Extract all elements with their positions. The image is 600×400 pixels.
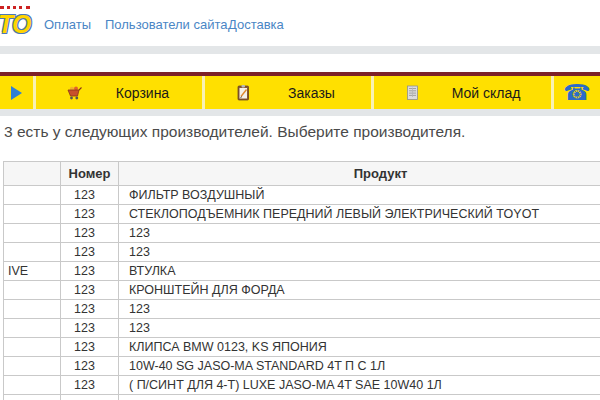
cell-number: 123 xyxy=(61,357,119,376)
divider-band-bottom xyxy=(0,109,600,116)
cell-empty xyxy=(4,395,61,400)
cell-manufacturer xyxy=(4,376,61,395)
table-body: 123ФИЛЬТР ВОЗДУШНЫЙ123СТЕКЛОПОДЪЕМНИК ПЕ… xyxy=(4,186,600,400)
column-header-product: Продукт xyxy=(119,162,600,186)
cell-product: СТЕКЛОПОДЪЕМНИК ПЕРЕДНИЙ ЛЕВЫЙ ЭЛЕКТРИЧЕ… xyxy=(119,205,600,224)
table-row[interactable]: 123СТЕКЛОПОДЪЕМНИК ПЕРЕДНИЙ ЛЕВЫЙ ЭЛЕКТР… xyxy=(4,205,600,224)
divider-band-top xyxy=(0,46,600,54)
cart-button-label: Корзина xyxy=(83,85,202,101)
cell-manufacturer xyxy=(4,243,61,262)
collapse-arrow-button[interactable] xyxy=(0,76,33,109)
cell-number: 123 xyxy=(61,376,119,395)
phone-icon: ☎ xyxy=(563,82,590,104)
table-row[interactable]: 12310W-40 SG JASO-MA STANDARD 4T П С 1Л xyxy=(4,357,600,376)
cell-manufacturer xyxy=(4,224,61,243)
table-row[interactable]: 123123 xyxy=(4,319,600,338)
column-header-number: Номер xyxy=(61,162,119,186)
cell-product: 123 xyxy=(119,300,600,319)
nav-link-site-users[interactable]: Пользователи сайта xyxy=(105,17,228,32)
cell-product: 123 xyxy=(119,319,600,338)
cell-product: КЛИПСА BMW 0123, KS ЯПОНИЯ xyxy=(119,338,600,357)
table-row[interactable]: 123123 xyxy=(4,243,600,262)
nav-link-payments[interactable]: Оплаты xyxy=(44,17,91,32)
cell-manufacturer xyxy=(4,338,61,357)
cell-manufacturer xyxy=(4,357,61,376)
cell-manufacturer xyxy=(4,281,61,300)
site-logo[interactable]: ТО xyxy=(0,2,44,42)
table-row[interactable]: 123КЛИПСА BMW 0123, KS ЯПОНИЯ xyxy=(4,338,600,357)
cell-manufacturer xyxy=(4,319,61,338)
table-row[interactable]: 123123 xyxy=(4,224,600,243)
table-row[interactable]: 123ФИЛЬТР ВОЗДУШНЫЙ xyxy=(4,186,600,205)
cell-product: 123 xyxy=(119,224,600,243)
cell-product: КРОНШТЕЙН ДЛЯ ФОРДА xyxy=(119,281,600,300)
cell-manufacturer xyxy=(4,300,61,319)
table-row[interactable]: 123КРОНШТЕЙН ДЛЯ ФОРДА xyxy=(4,281,600,300)
cell-number: 123 xyxy=(61,243,119,262)
orders-button[interactable]: Заказы xyxy=(205,76,371,109)
main-toolbar: Корзина Заказы xyxy=(0,76,600,109)
nav-link-delivery[interactable]: Доставка xyxy=(228,17,284,32)
phone-contact-button[interactable]: ☎ xyxy=(554,76,600,109)
table-header-row: Номер Продукт xyxy=(4,162,600,186)
manufacturers-table: Номер Продукт 123ФИЛЬТР ВОЗДУШНЫЙ123СТЕК… xyxy=(3,161,600,400)
cell-empty xyxy=(119,395,600,400)
page-title: 3 есть у следующих производителей. Выбер… xyxy=(4,123,594,141)
cell-product: ( П/СИНТ ДЛЯ 4-Т) LUXE JASO-MA 4T SAE 10… xyxy=(119,376,600,395)
cell-manufacturer xyxy=(4,186,61,205)
cell-manufacturer: IVE xyxy=(4,262,61,281)
cell-product: 10W-40 SG JASO-MA STANDARD 4T П С 1Л xyxy=(119,357,600,376)
column-header-manufacturer xyxy=(4,162,61,186)
cell-number: 123 xyxy=(61,205,119,224)
cell-number: 123 xyxy=(61,186,119,205)
orders-button-label: Заказы xyxy=(252,85,371,101)
cell-number: 123 xyxy=(61,262,119,281)
table-row[interactable]: 123123 xyxy=(4,300,600,319)
page: ТО Оплаты Пользователи сайта Доставка xyxy=(0,0,600,400)
table-row[interactable]: IVE123ВТУЛКА xyxy=(4,262,600,281)
logo-text: ТО xyxy=(0,10,30,39)
cell-empty xyxy=(61,395,119,400)
cell-product: ФИЛЬТР ВОЗДУШНЫЙ xyxy=(119,186,600,205)
site-header: ТО Оплаты Пользователи сайта Доставка xyxy=(0,0,600,46)
my-warehouse-button[interactable]: Мой склад xyxy=(374,76,551,109)
play-arrow-icon xyxy=(11,86,22,100)
cell-product: ВТУЛКА xyxy=(119,262,600,281)
cart-icon xyxy=(66,84,83,101)
warehouse-ledger-icon xyxy=(404,84,421,101)
cell-manufacturer xyxy=(4,205,61,224)
logo-tagline-decoration xyxy=(0,6,30,9)
cart-button[interactable]: Корзина xyxy=(36,76,202,109)
cell-number: 123 xyxy=(61,338,119,357)
cell-number: 123 xyxy=(61,224,119,243)
cell-product: 123 xyxy=(119,243,600,262)
cell-number: 123 xyxy=(61,281,119,300)
table-row[interactable]: 123( П/СИНТ ДЛЯ 4-Т) LUXE JASO-MA 4T SAE… xyxy=(4,376,600,395)
my-warehouse-button-label: Мой склад xyxy=(421,85,551,101)
table-row-partial xyxy=(4,395,600,400)
cell-number: 123 xyxy=(61,319,119,338)
results-table-container: Номер Продукт 123ФИЛЬТР ВОЗДУШНЫЙ123СТЕК… xyxy=(3,161,600,400)
cell-number: 123 xyxy=(61,300,119,319)
orders-clipboard-icon xyxy=(235,84,252,101)
